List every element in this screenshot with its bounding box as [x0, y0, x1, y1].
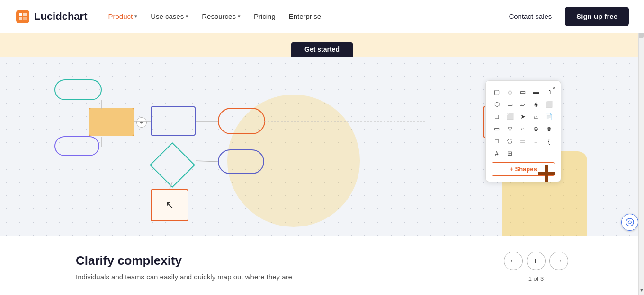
shape-icon-sq5[interactable]: □ [492, 136, 502, 146]
navbar-left: Lucidchart Product ▾ Use cases ▾ Resourc… [15, 9, 327, 24]
diagram-canvas: ↖ + + × [0, 57, 644, 236]
shape-purple-rounded [54, 136, 99, 156]
shape-orange-rect [89, 108, 134, 136]
clarify-title: Clarify complexity [76, 253, 292, 268]
shape-teal-rounded [54, 79, 102, 100]
nav-resources-chevron: ▾ [238, 13, 241, 19]
shape-icon-arrow[interactable]: ➤ [518, 111, 528, 121]
nav-links: Product ▾ Use cases ▾ Resources ▾ Pricin… [102, 9, 327, 24]
navbar: Lucidchart Product ▾ Use cases ▾ Resourc… [0, 0, 644, 33]
shape-diamond [150, 142, 195, 188]
shape-icon-para[interactable]: ▱ [518, 99, 528, 109]
shape-icon-x-c[interactable]: ⊗ [544, 123, 554, 134]
connector-plus[interactable]: + [136, 117, 147, 128]
carousel-buttons: ← ⏸ → [504, 252, 568, 270]
shape-icon-diamond[interactable]: ◇ [505, 87, 515, 97]
carousel-count: 1 of 3 [528, 275, 544, 282]
svg-rect-3 [19, 17, 22, 20]
shape-icon-square[interactable]: ▢ [492, 87, 502, 97]
nav-product-label: Product [108, 12, 133, 20]
svg-rect-4 [23, 17, 27, 20]
shape-icon-hex[interactable]: ⬡ [492, 99, 502, 109]
shape-icon-table[interactable]: ⊞ [505, 148, 515, 158]
svg-rect-2 [23, 13, 27, 16]
shape-icon-rect[interactable]: ▬ [531, 87, 541, 97]
shape-icon-cyl[interactable]: ⬜ [544, 99, 554, 109]
shape-icon-plus-c[interactable]: ⊕ [531, 123, 541, 134]
shape-cursor-box: ↖ [151, 189, 188, 221]
logo[interactable]: Lucidchart [15, 9, 87, 24]
panel-close-button[interactable]: × [552, 85, 556, 91]
shape-orange-ellipse [218, 108, 265, 134]
svg-rect-0 [16, 10, 29, 23]
clarify-description: Individuals and teams can easily and qui… [76, 272, 292, 283]
lucidchart-logo-icon [15, 9, 30, 24]
nav-usecases-label: Use cases [151, 12, 184, 20]
shape-icon-grid[interactable]: # [492, 148, 502, 158]
svg-line-9 [196, 161, 218, 162]
shape-icon-trap[interactable]: ⏢ [531, 111, 541, 121]
bottom-text-area: Clarify complexity Individuals and teams… [76, 253, 292, 283]
contact-sales-link[interactable]: Contact sales [503, 9, 557, 24]
carousel-prev-button[interactable]: ← [504, 252, 523, 270]
svg-rect-1 [19, 13, 22, 16]
shape-icon-pent[interactable]: ⬠ [505, 136, 515, 146]
lucid-sync-widget[interactable] [621, 214, 638, 231]
shape-icon-cloud[interactable]: ⬜ [505, 111, 515, 121]
scroll-down-arrow[interactable]: ▼ [639, 286, 644, 290]
nav-resources-label: Resources [202, 12, 236, 20]
nav-product-chevron: ▾ [134, 13, 137, 19]
shape-icon-tri[interactable]: ▽ [505, 123, 515, 134]
shape-icon-brace[interactable]: { [544, 136, 554, 146]
scrollbar[interactable]: ▲ ▼ [638, 0, 644, 290]
shape-icon-grid: ▢ ◇ ▭ ▬ 🗋 ⬡ ▭ ▱ ◈ ⬜ □ ⬜ ➤ ⏢ 📄 ▭ ▽ ○ [492, 87, 555, 158]
nav-usecases-chevron: ▾ [186, 13, 188, 19]
carousel-controls: ← ⏸ → 1 of 3 [504, 252, 568, 282]
nav-pricing[interactable]: Pricing [248, 9, 281, 24]
nav-pricing-label: Pricing [254, 12, 276, 20]
shape-icon-rhom[interactable]: ◈ [531, 99, 541, 109]
shape-icon-circ[interactable]: ○ [518, 123, 528, 134]
cursor-icon: ↖ [165, 199, 174, 211]
nav-enterprise[interactable]: Enterprise [283, 9, 327, 24]
shape-purple-rect [151, 106, 196, 136]
logo-text: Lucidchart [34, 10, 87, 23]
diagram-section: ↖ + + × [0, 57, 644, 236]
signup-button[interactable]: Sign up free [565, 7, 629, 26]
svg-point-12 [626, 218, 634, 226]
nav-usecases[interactable]: Use cases ▾ [145, 9, 194, 24]
shape-icon-rounded[interactable]: ▭ [518, 87, 528, 97]
big-plus-deco: + [537, 156, 556, 190]
shape-icon-list2[interactable]: ≡ [531, 136, 541, 146]
shape-icon-list[interactable]: ☰ [518, 136, 528, 146]
carousel-next-button[interactable]: → [549, 252, 568, 270]
nav-product[interactable]: Product ▾ [102, 9, 143, 24]
banner-strip: Get started [0, 33, 644, 57]
navbar-right: Contact sales Sign up free [503, 7, 629, 26]
sync-icon [625, 217, 635, 227]
nav-resources[interactable]: Resources ▾ [196, 9, 246, 24]
shape-icon-page[interactable]: 📄 [544, 111, 554, 121]
shape-icon-proc[interactable]: ▭ [492, 123, 502, 134]
shape-icon-rect2[interactable]: ▭ [505, 99, 515, 109]
carousel-pause-button[interactable]: ⏸ [527, 252, 546, 270]
shape-icon-sq3[interactable]: □ [492, 111, 502, 121]
shape-purple-ellipse [218, 149, 264, 174]
banner-get-started-button[interactable]: Get started [291, 42, 353, 57]
nav-enterprise-label: Enterprise [289, 12, 321, 20]
bottom-section: Clarify complexity Individuals and teams… [0, 236, 644, 290]
